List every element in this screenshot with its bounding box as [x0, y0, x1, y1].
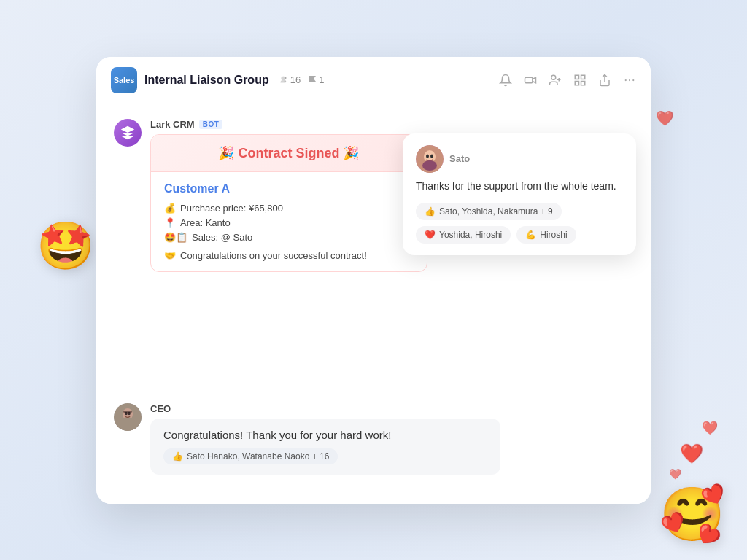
contract-detail-sales: 🤩📋 Sales: @ Sato — [164, 232, 414, 243]
ceo-message-content: CEO Congratulations! Thank you for your … — [150, 403, 633, 475]
svg-marker-1 — [533, 77, 536, 83]
flag-number: 1 — [319, 74, 324, 85]
ceo-reaction[interactable]: 👍 Sato Hanako, Watanabe Naoko + 16 — [163, 448, 338, 464]
area-icon: 📍 — [164, 217, 176, 228]
heart-decoration-6: ❤️ — [669, 468, 681, 480]
ceo-avatar — [114, 403, 142, 431]
ceo-text: Congratulations! Thank you for your hard… — [163, 429, 487, 441]
price-text: Purchase price: ¥65,800 — [180, 203, 283, 214]
logo-text: Sales — [114, 76, 135, 85]
reaction-muscle[interactable]: 💪 Hiroshi — [516, 226, 576, 244]
ceo-message-row: CEO Congratulations! Thank you for your … — [114, 403, 633, 475]
add-member-icon[interactable] — [549, 74, 562, 87]
svg-rect-7 — [575, 81, 578, 85]
contract-customer: Customer A — [164, 182, 414, 195]
sato-name: Sato — [449, 153, 470, 164]
sato-message-text: Thanks for the support from the whole te… — [416, 179, 623, 194]
channel-title: Internal Liaison Group — [144, 74, 269, 87]
bot-avatar — [114, 119, 142, 147]
svg-point-2 — [551, 75, 556, 79]
heart-decoration-4: ❤️ — [680, 443, 703, 465]
chat-window: Sales Internal Liaison Group 16 1 — [96, 57, 651, 504]
flag-count: 1 — [308, 74, 324, 85]
svg-point-12 — [632, 79, 634, 80]
svg-point-18 — [422, 160, 437, 171]
area-text: Area: Kanto — [180, 217, 231, 228]
heart-decoration-2: ❤️ — [656, 109, 674, 127]
ceo-reaction-emoji: 👍 — [172, 451, 183, 462]
svg-rect-6 — [581, 75, 585, 79]
thumbsup-text: Sato, Yoshida, Nakamura + 9 — [439, 206, 553, 217]
svg-rect-24 — [123, 411, 132, 413]
muscle-emoji: 💪 — [525, 230, 536, 240]
contract-congrats: 🤝 Congratulations on your successful con… — [164, 250, 414, 261]
bot-sender: Lark CRM BOT — [150, 119, 633, 130]
heart-decoration-5: ❤️ — [702, 420, 718, 436]
sales-text: Sales: @ Sato — [192, 232, 252, 243]
layout-icon[interactable] — [573, 74, 587, 87]
svg-point-17 — [430, 154, 433, 158]
video-icon[interactable] — [524, 74, 537, 87]
bot-name: Lark CRM — [150, 119, 195, 130]
thumbsup-emoji: 👍 — [425, 206, 436, 217]
reaction-heart[interactable]: ❤️ Yoshida, Hiroshi — [416, 226, 511, 244]
contract-body: Customer A 💰 Purchase price: ¥65,800 📍 A… — [151, 172, 427, 271]
bell-icon[interactable] — [499, 74, 512, 87]
ceo-reaction-text: Sato Hanako, Watanabe Naoko + 16 — [187, 451, 329, 462]
sales-icon: 🤩📋 — [164, 232, 187, 243]
channel-logo: Sales — [111, 67, 137, 93]
chat-header: Sales Internal Liaison Group 16 1 — [96, 57, 651, 104]
sato-bubble: Sato Thanks for the support from the who… — [403, 133, 636, 255]
sato-reactions: 👍 Sato, Yoshida, Nakamura + 9 ❤️ Yoshida… — [416, 203, 623, 244]
header-actions — [499, 74, 636, 87]
contract-detail-price: 💰 Purchase price: ¥65,800 — [164, 203, 414, 214]
congrats-text: Congratulations on your successful contr… — [180, 250, 367, 261]
svg-rect-0 — [525, 77, 533, 83]
ceo-sender: CEO — [150, 403, 633, 414]
more-icon[interactable] — [623, 74, 636, 87]
muscle-text: Hiroshi — [540, 230, 567, 240]
share-icon[interactable] — [598, 74, 611, 87]
heart-emoji: ❤️ — [425, 230, 436, 240]
members-count: 16 — [278, 74, 301, 85]
sato-avatar — [416, 145, 444, 173]
congrats-icon: 🤝 — [164, 250, 176, 261]
ceo-name: CEO — [150, 403, 171, 414]
contract-card: 🎉 Contract Signed 🎉 Customer A 💰 Purchas… — [150, 134, 427, 272]
heart-text: Yoshida, Hiroshi — [439, 230, 502, 240]
svg-rect-8 — [581, 81, 585, 85]
chat-body: Lark CRM BOT 🎉 Contract Signed 🎉 Custome… — [96, 104, 651, 504]
svg-point-11 — [629, 79, 630, 80]
svg-point-10 — [625, 79, 627, 80]
reaction-thumbsup[interactable]: 👍 Sato, Yoshida, Nakamura + 9 — [416, 203, 562, 220]
contract-detail-area: 📍 Area: Kanto — [164, 217, 414, 228]
laugh-emoji-decoration: 🥰 — [659, 483, 725, 545]
svg-rect-5 — [575, 75, 578, 79]
price-icon: 💰 — [164, 203, 176, 214]
ceo-bubble: Congratulations! Thank you for your hard… — [150, 419, 500, 475]
contract-header: 🎉 Contract Signed 🎉 — [151, 135, 427, 172]
svg-point-16 — [426, 154, 429, 158]
channel-meta: 16 1 — [278, 74, 325, 85]
bot-badge: BOT — [199, 120, 223, 129]
members-number: 16 — [290, 74, 301, 85]
sato-bubble-header: Sato — [416, 145, 623, 173]
star-emoji-decoration: 🤩 — [36, 219, 95, 273]
